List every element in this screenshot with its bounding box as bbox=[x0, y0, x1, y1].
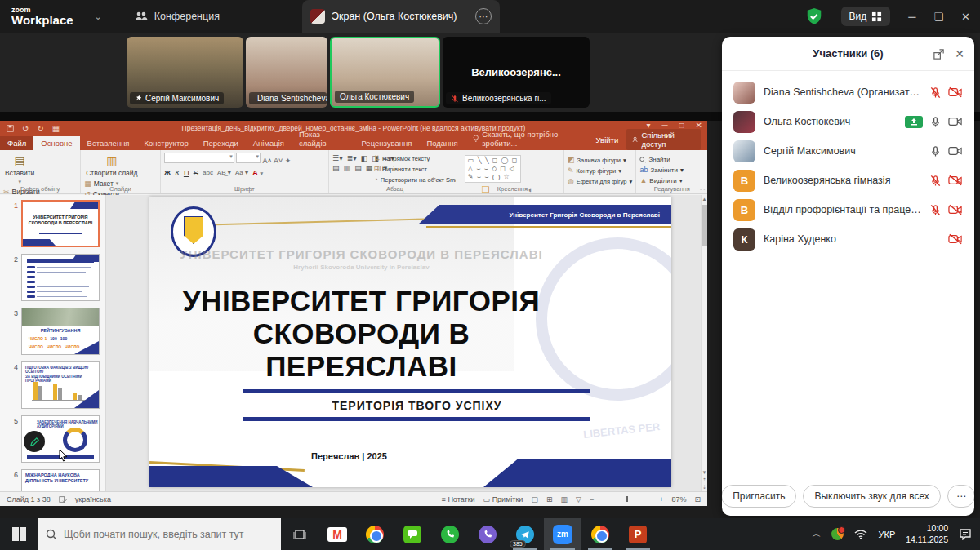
slide-thumbnail-4[interactable]: ПІДГОТОВКА ФАХІВЦІВ З ВИЩОЮ ОСВІТОЮЗА ВІ… bbox=[21, 361, 100, 409]
muted-camera-icon[interactable] bbox=[948, 175, 963, 186]
close-panel-icon[interactable]: ✕ bbox=[955, 47, 964, 60]
reading-view-button[interactable]: ▥ bbox=[560, 495, 568, 503]
share-button[interactable]: Спільний доступ bbox=[626, 129, 701, 150]
replace-button[interactable]: abЗамінити ▾ bbox=[639, 166, 684, 174]
char-spacing-button[interactable]: АВ̲ ▾ bbox=[217, 169, 231, 176]
tab-file[interactable]: Файл bbox=[0, 136, 33, 150]
align-text-button[interactable]: ⊟Вирівняти текст bbox=[373, 165, 455, 173]
more-options-button[interactable]: ⋯ bbox=[947, 485, 974, 508]
underline-button[interactable]: П bbox=[184, 168, 189, 177]
zoom-percentage[interactable]: 87% bbox=[671, 495, 686, 503]
scrollbar-thumb[interactable] bbox=[702, 205, 707, 246]
participant-row[interactable]: В Великоозерянська гімназія bbox=[722, 166, 974, 195]
slideshow-view-button[interactable]: ▽ bbox=[576, 495, 581, 503]
shape-outline-button[interactable]: ✎Контур фігури ▾ bbox=[568, 166, 632, 175]
find-button[interactable]: Знайти bbox=[639, 156, 684, 163]
chevron-down-icon[interactable]: ⌄ bbox=[95, 11, 102, 22]
muted-camera-icon[interactable] bbox=[948, 204, 963, 215]
video-tile-diana[interactable]: Diana Sentishcheva bbox=[246, 37, 327, 108]
wifi-icon[interactable] bbox=[854, 530, 867, 539]
shape-effects-button[interactable]: ◍Ефекти для фігур ▾ bbox=[568, 177, 632, 185]
view-button[interactable]: Вид bbox=[841, 7, 891, 26]
tab-animations[interactable]: Анімація bbox=[246, 136, 292, 150]
tell-me-box[interactable]: Скажіть, що потрібно зробити... bbox=[466, 127, 596, 150]
maximize-button[interactable]: ❏ bbox=[933, 11, 943, 23]
minimize-button[interactable]: ─ bbox=[908, 11, 915, 23]
close-button[interactable]: ✕ bbox=[961, 11, 970, 23]
participant-row[interactable]: Diana Sentishcheva (Организатор, я) bbox=[722, 78, 974, 107]
slide-thumbnail-1[interactable]: УНІВЕРСИТЕТ ГРИГОРІЯ СКОВОРОДИ В ПЕРЕЯСЛ… bbox=[21, 200, 100, 247]
strikethrough-button[interactable]: S bbox=[194, 168, 198, 177]
tab-insert[interactable]: Вставлення bbox=[80, 136, 137, 150]
muted-camera-icon[interactable] bbox=[948, 86, 963, 98]
participant-row[interactable]: Ольга Костюкевич bbox=[722, 107, 974, 136]
muted-camera-icon[interactable] bbox=[948, 233, 963, 245]
align-right-button[interactable]: ▤ bbox=[354, 164, 362, 172]
mic-icon[interactable] bbox=[929, 145, 942, 157]
tab-slideshow[interactable]: Показ слайдів bbox=[292, 127, 354, 150]
language-indicator[interactable]: українська bbox=[75, 495, 111, 503]
muted-mic-icon[interactable] bbox=[929, 86, 942, 99]
security-shield-icon[interactable] bbox=[805, 7, 823, 25]
comments-button[interactable]: ▭ Примітки bbox=[483, 495, 523, 503]
invite-button[interactable]: Пригласить bbox=[722, 485, 796, 508]
align-left-button[interactable]: ▤ bbox=[332, 164, 340, 172]
slide-thumbnail-3[interactable]: РЕЙТИНГУВАННЯ ЧИСЛО 1 100 100 ЧИСЛО ЧИСЛ… bbox=[21, 308, 100, 355]
tab-meeting[interactable]: Конференция bbox=[135, 11, 220, 22]
slide-scrollbar[interactable]: ▲ ▼⇡⇣ bbox=[701, 195, 707, 491]
video-tile-sergiy[interactable]: Сергій Максимович bbox=[127, 37, 243, 108]
shrink-font-icon[interactable]: А˅ bbox=[274, 157, 283, 165]
slide-thumbnail-6[interactable]: МІЖНАРОДНА НАУКОВА ДІЯЛЬНІСТЬ УНІВЕРСИТЕ… bbox=[21, 469, 100, 491]
taskbar-chrome-2[interactable] bbox=[581, 518, 619, 550]
undo-icon[interactable]: ↺ bbox=[22, 124, 29, 133]
search-input[interactable] bbox=[64, 529, 268, 540]
annotation-tool-icon[interactable] bbox=[24, 431, 45, 452]
justify-button[interactable]: ▦ bbox=[366, 164, 373, 172]
smartart-button[interactable]: ◔Перетворити на об'єкт SmartArt bbox=[373, 175, 455, 184]
taskbar-viber[interactable] bbox=[469, 518, 506, 550]
antivirus-tray-icon[interactable] bbox=[831, 528, 844, 540]
text-direction-button[interactable]: ⇅Напрямок тексту bbox=[373, 154, 455, 162]
participant-row[interactable]: Сергій Максимович bbox=[722, 136, 974, 166]
align-center-button[interactable]: ▥ bbox=[344, 164, 351, 172]
taskbar-powerpoint[interactable]: P bbox=[619, 518, 657, 550]
mute-all-button[interactable]: Выключить звук для всех bbox=[803, 485, 940, 508]
numbering-button[interactable]: ≣▾ bbox=[347, 154, 357, 162]
bullets-button[interactable]: ☰▾ bbox=[332, 154, 343, 162]
tab-screen-share[interactable]: Экран (Ольга Костюкевич) ⋯ bbox=[302, 0, 500, 33]
task-view-button[interactable] bbox=[281, 518, 318, 550]
tab-transitions[interactable]: Переходи bbox=[196, 136, 246, 150]
bold-button[interactable]: Ж bbox=[164, 168, 172, 177]
slide-sorter-button[interactable]: ⊞ bbox=[546, 495, 553, 503]
shadow-button[interactable]: abc bbox=[203, 169, 213, 176]
normal-view-button[interactable]: ▢ bbox=[531, 495, 538, 503]
taskbar-gmail[interactable]: M bbox=[318, 518, 356, 550]
fit-to-window-icon[interactable]: ⊡ bbox=[694, 495, 701, 503]
collapse-ribbon-icon[interactable]: ︿ bbox=[700, 184, 706, 193]
clear-format-icon[interactable]: ✦ bbox=[285, 157, 292, 165]
taskbar-messages[interactable] bbox=[394, 518, 431, 550]
current-slide[interactable]: Університет Григорія Сковороди в Переясл… bbox=[149, 197, 671, 487]
taskbar-chrome[interactable] bbox=[356, 518, 394, 550]
font-color-button[interactable]: А ▾ bbox=[252, 168, 263, 177]
select-button[interactable]: ▲Виділити ▾ bbox=[639, 176, 684, 184]
grow-font-icon[interactable]: А˄ bbox=[262, 157, 271, 165]
camera-icon[interactable] bbox=[948, 145, 963, 157]
new-slide-button[interactable]: ▥Створити слайд bbox=[86, 154, 137, 177]
save-icon[interactable] bbox=[7, 125, 14, 132]
shapes-gallery[interactable]: ▭ ╲ ╲ ◻ ◯ ◻△ ⌣ ⌣ ◇ ◻ ◁✎ ⌣ ⌣ ( ) ☆ bbox=[465, 155, 522, 183]
tab-more-icon[interactable]: ⋯ bbox=[475, 8, 492, 24]
italic-button[interactable]: К bbox=[175, 168, 180, 177]
slideshow-icon[interactable]: ▦ bbox=[52, 124, 60, 133]
taskbar-telegram[interactable]: 385 bbox=[506, 518, 544, 550]
notes-button[interactable]: ≡ Нотатки bbox=[442, 495, 475, 503]
paste-button[interactable]: ▤Вставити▾ bbox=[5, 154, 34, 185]
taskbar-whatsapp[interactable] bbox=[431, 518, 469, 550]
zoom-slider[interactable]: −+ bbox=[590, 495, 664, 503]
keyboard-language[interactable]: УКР bbox=[878, 530, 895, 539]
start-button[interactable] bbox=[0, 518, 38, 550]
mic-icon[interactable] bbox=[929, 116, 942, 128]
tray-expand-icon[interactable]: ︿ bbox=[812, 528, 821, 540]
slide-thumbnail-2[interactable] bbox=[21, 254, 100, 301]
taskbar-zoom-active[interactable]: zm bbox=[544, 518, 581, 550]
